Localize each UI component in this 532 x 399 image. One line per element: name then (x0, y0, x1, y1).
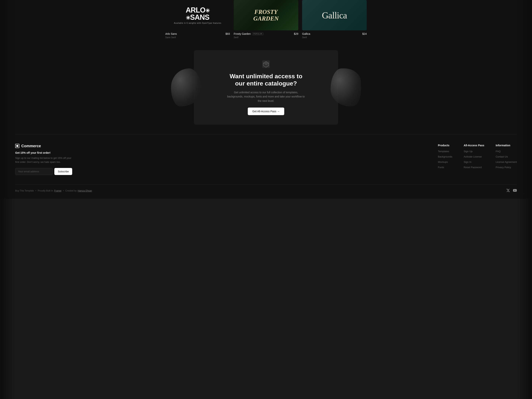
product-card-frosty[interactable]: FROSTYGARDEN Frosty Garden POPULAR $29 S… (234, 0, 298, 39)
product-name-arlo: Arlo Sans (165, 32, 177, 35)
product-name-gallica: Gallica (302, 32, 310, 35)
footer-description: Sign up to our mailing list below to get… (15, 156, 72, 164)
email-input[interactable] (15, 168, 53, 175)
footer-nav-item[interactable]: Sign Up (464, 150, 484, 153)
frosty-title: FROSTYGARDEN (253, 9, 279, 22)
youtube-link[interactable] (513, 189, 517, 193)
products-section: ARLO✳✳SANS Available in 6 weights with O… (0, 0, 532, 46)
footer-brand: Commerce Get 15% off your first order! S… (15, 144, 72, 175)
blob-left-decoration (171, 68, 201, 106)
footer-nav-item[interactable]: Fonts (438, 165, 452, 169)
product-card-arlo[interactable]: ARLO✳✳SANS Available in 6 weights with O… (165, 0, 230, 39)
footer-nav-item[interactable]: Privacy Policy (496, 165, 517, 169)
blob-right-decoration (331, 68, 361, 106)
footer-nav: Products Templates Backgrounds Mockups F… (84, 144, 517, 175)
footer-nav-products-heading: Products (438, 144, 452, 147)
footer-nav-link-activate[interactable]: Activate License (464, 155, 482, 158)
created-by-text: Created by (65, 190, 76, 192)
footer-nav-link-templates[interactable]: Templates (438, 150, 449, 153)
footer-tagline: Get 15% off your first order! (15, 151, 72, 154)
brand-logo: Commerce (15, 144, 72, 148)
footer-bottom-text: Buy This Template • Proudly Built In Fra… (15, 190, 92, 192)
footer-nav-link-signup[interactable]: Sign Up (464, 150, 473, 153)
framer-link[interactable]: Framer (54, 190, 62, 192)
brand-icon (15, 144, 19, 148)
footer-nav-item[interactable]: Templates (438, 150, 452, 153)
footer-nav-link-license[interactable]: License Agreement (496, 161, 517, 163)
footer-nav-link-privacy[interactable]: Privacy Policy (496, 166, 511, 169)
footer-nav-item[interactable]: Mockups (438, 160, 452, 164)
product-price-gallica: $24 (362, 32, 367, 35)
footer-nav-link-reset[interactable]: Reset Password (464, 166, 482, 169)
cta-description: Get unlimited access to our full collect… (226, 90, 306, 103)
product-image-frosty: FROSTYGARDEN (234, 0, 298, 30)
footer-nav-access: All-Access Pass Sign Up Activate License… (464, 144, 484, 175)
footer-nav-item[interactable]: Contact Us (496, 155, 517, 158)
footer-nav-item[interactable]: FAQ (496, 150, 517, 153)
footer-bottom: Buy This Template • Proudly Built In Fra… (15, 184, 517, 193)
product-type-frosty: Serif (234, 36, 298, 39)
footer-nav-info-heading: Information (496, 144, 517, 147)
cta-button[interactable]: Get All-Access Pass → (248, 108, 284, 115)
footer-nav-item[interactable]: Backgrounds (438, 155, 452, 158)
footer-nav-item[interactable]: Sign In (464, 160, 484, 164)
creator-link[interactable]: Hamza Ehsan (78, 190, 92, 192)
product-price-frosty: $29 (294, 32, 298, 35)
product-image-arlo: ARLO✳✳SANS Available in 6 weights with O… (165, 0, 230, 30)
cube-icon (261, 60, 271, 70)
footer-nav-link-faq[interactable]: FAQ (496, 150, 501, 153)
cta-title: Want unlimited access to our entire cata… (230, 73, 303, 87)
footer-nav-link-fonts[interactable]: Fonts (438, 166, 444, 169)
product-image-gallica: Gallica (302, 0, 367, 30)
youtube-icon (513, 189, 517, 192)
buy-template-text: Buy This Template (15, 190, 34, 192)
footer-nav-products: Products Templates Backgrounds Mockups F… (438, 144, 452, 175)
twitter-link[interactable] (506, 189, 510, 193)
built-in-text: Proudly Built In (38, 190, 53, 192)
footer-nav-link-backgrounds[interactable]: Backgrounds (438, 155, 452, 158)
product-type-gallica: Serif (302, 36, 367, 39)
footer-nav-link-contact[interactable]: Contact Us (496, 155, 508, 158)
footer-nav-link-mockups[interactable]: Mockups (438, 161, 448, 163)
product-type-arlo: Sans Serif (165, 36, 230, 39)
email-form: Subscribe (15, 168, 72, 175)
product-card-gallica[interactable]: Gallica Gallica $24 Serif (302, 0, 367, 39)
footer: Commerce Get 15% off your first order! S… (0, 134, 532, 199)
footer-nav-link-signin[interactable]: Sign In (464, 161, 471, 163)
product-price-arlo: $93 (226, 32, 230, 35)
footer-nav-info: Information FAQ Contact Us License Agree… (496, 144, 517, 175)
footer-nav-access-heading: All-Access Pass (464, 144, 484, 147)
gallica-title: Gallica (322, 10, 347, 20)
subscribe-button[interactable]: Subscribe (54, 168, 72, 175)
footer-nav-item[interactable]: Activate License (464, 155, 484, 158)
footer-nav-item[interactable]: Reset Password (464, 165, 484, 169)
footer-nav-item[interactable]: License Agreement (496, 160, 517, 164)
cta-banner: Want unlimited access to our entire cata… (194, 50, 338, 125)
social-links (506, 189, 517, 193)
cta-section: Want unlimited access to our entire cata… (0, 46, 532, 134)
popular-badge-frosty: POPULAR (252, 32, 263, 35)
arlo-subtitle: Available in 6 weights with OpenType fea… (174, 22, 221, 24)
product-name-frosty: Frosty Garden (234, 32, 251, 35)
twitter-icon (506, 189, 510, 192)
brand-name: Commerce (21, 144, 41, 148)
arlo-title: ARLO✳✳SANS (186, 6, 209, 21)
